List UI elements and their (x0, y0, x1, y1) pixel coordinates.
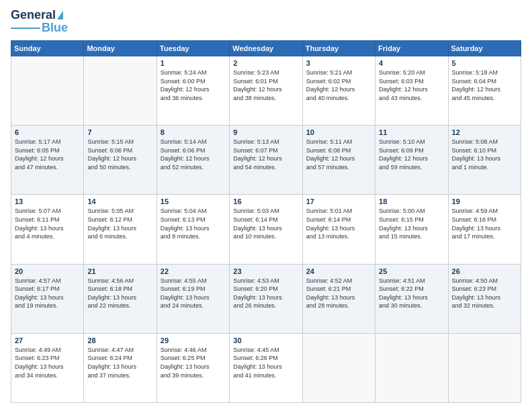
day-info: Sunrise: 4:59 AM Sunset: 6:16 PM Dayligh… (452, 207, 517, 240)
day-info: Sunrise: 4:56 AM Sunset: 6:18 PM Dayligh… (87, 277, 152, 310)
day-number: 17 (306, 197, 371, 205)
day-info: Sunrise: 5:00 AM Sunset: 6:15 PM Dayligh… (379, 207, 444, 240)
weekday-header: Wednesday (230, 41, 302, 56)
day-number: 10 (306, 128, 371, 136)
day-info: Sunrise: 5:07 AM Sunset: 6:11 PM Dayligh… (15, 207, 80, 240)
day-info: Sunrise: 4:57 AM Sunset: 6:17 PM Dayligh… (15, 277, 80, 310)
day-number: 23 (233, 267, 298, 275)
day-info: Sunrise: 5:03 AM Sunset: 6:14 PM Dayligh… (233, 207, 298, 240)
calendar-cell: 9Sunrise: 5:13 AM Sunset: 6:07 PM Daylig… (230, 126, 302, 195)
day-number: 6 (15, 128, 80, 136)
calendar-cell: 11Sunrise: 5:10 AM Sunset: 6:09 PM Dayli… (375, 126, 448, 195)
day-number: 22 (161, 267, 226, 275)
day-info: Sunrise: 5:10 AM Sunset: 6:09 PM Dayligh… (379, 138, 444, 171)
day-info: Sunrise: 5:15 AM Sunset: 6:06 PM Dayligh… (87, 138, 152, 171)
day-info: Sunrise: 5:13 AM Sunset: 6:07 PM Dayligh… (233, 138, 298, 171)
day-number: 28 (87, 336, 152, 345)
day-number: 25 (379, 267, 444, 275)
day-number: 12 (452, 128, 517, 136)
day-number: 7 (87, 128, 152, 136)
calendar-cell: 19Sunrise: 4:59 AM Sunset: 6:16 PM Dayli… (448, 195, 521, 264)
calendar-cell (448, 333, 521, 402)
day-info: Sunrise: 5:11 AM Sunset: 6:08 PM Dayligh… (306, 138, 371, 171)
day-number: 4 (379, 59, 444, 67)
day-number: 8 (161, 128, 226, 136)
day-info: Sunrise: 5:23 AM Sunset: 6:01 PM Dayligh… (233, 68, 298, 102)
calendar-cell: 13Sunrise: 5:07 AM Sunset: 6:11 PM Dayli… (11, 195, 84, 264)
calendar-cell: 8Sunrise: 5:14 AM Sunset: 6:06 PM Daylig… (157, 126, 229, 195)
logo-underline (11, 28, 40, 29)
day-number: 21 (87, 267, 152, 275)
day-number: 3 (306, 59, 371, 67)
day-info: Sunrise: 5:01 AM Sunset: 6:14 PM Dayligh… (306, 207, 371, 240)
calendar-cell: 24Sunrise: 4:52 AM Sunset: 6:21 PM Dayli… (302, 264, 375, 333)
day-info: Sunrise: 4:53 AM Sunset: 6:20 PM Dayligh… (233, 277, 298, 310)
calendar-cell (11, 56, 84, 126)
day-info: Sunrise: 5:24 AM Sunset: 6:00 PM Dayligh… (161, 68, 226, 102)
calendar-cell: 26Sunrise: 4:50 AM Sunset: 6:23 PM Dayli… (448, 264, 521, 333)
calendar-cell: 6Sunrise: 5:17 AM Sunset: 6:05 PM Daylig… (11, 126, 84, 195)
page: General Blue SundayMondayTuesdayWednesda… (0, 0, 532, 411)
weekday-header: Sunday (11, 41, 84, 56)
day-number: 16 (233, 197, 298, 205)
calendar-cell: 16Sunrise: 5:03 AM Sunset: 6:14 PM Dayli… (230, 195, 302, 264)
day-info: Sunrise: 5:04 AM Sunset: 6:13 PM Dayligh… (161, 207, 226, 240)
calendar-cell (302, 333, 375, 402)
day-info: Sunrise: 4:45 AM Sunset: 6:26 PM Dayligh… (233, 346, 298, 379)
day-info: Sunrise: 5:08 AM Sunset: 6:10 PM Dayligh… (452, 138, 517, 171)
header: General Blue (11, 8, 521, 35)
day-info: Sunrise: 4:50 AM Sunset: 6:23 PM Dayligh… (452, 277, 517, 310)
day-number: 2 (233, 59, 298, 67)
day-info: Sunrise: 4:51 AM Sunset: 6:22 PM Dayligh… (379, 277, 444, 310)
day-number: 11 (379, 128, 444, 136)
weekday-header: Thursday (302, 41, 375, 56)
calendar-cell: 29Sunrise: 4:46 AM Sunset: 6:25 PM Dayli… (157, 333, 229, 402)
day-number: 9 (233, 128, 298, 136)
calendar-cell: 12Sunrise: 5:08 AM Sunset: 6:10 PM Dayli… (448, 126, 521, 195)
day-number: 14 (87, 197, 152, 205)
day-number: 18 (379, 197, 444, 205)
calendar-cell: 4Sunrise: 5:20 AM Sunset: 6:03 PM Daylig… (375, 56, 448, 126)
calendar-cell: 27Sunrise: 4:49 AM Sunset: 6:23 PM Dayli… (11, 333, 84, 402)
calendar-cell: 30Sunrise: 4:45 AM Sunset: 6:26 PM Dayli… (230, 333, 302, 402)
logo: General Blue (11, 8, 68, 35)
day-number: 26 (452, 267, 517, 275)
calendar-cell: 21Sunrise: 4:56 AM Sunset: 6:18 PM Dayli… (84, 264, 157, 333)
day-info: Sunrise: 5:17 AM Sunset: 6:05 PM Dayligh… (15, 138, 80, 171)
day-number: 15 (161, 197, 226, 205)
calendar-cell: 22Sunrise: 4:55 AM Sunset: 6:19 PM Dayli… (157, 264, 229, 333)
calendar-cell: 15Sunrise: 5:04 AM Sunset: 6:13 PM Dayli… (157, 195, 229, 264)
day-info: Sunrise: 4:55 AM Sunset: 6:19 PM Dayligh… (161, 277, 226, 310)
day-number: 27 (15, 336, 80, 345)
calendar-cell (375, 333, 448, 402)
weekday-header: Friday (375, 41, 448, 56)
calendar-cell: 5Sunrise: 5:18 AM Sunset: 6:04 PM Daylig… (448, 56, 521, 126)
day-info: Sunrise: 5:05 AM Sunset: 6:12 PM Dayligh… (87, 207, 152, 240)
day-number: 30 (233, 336, 298, 345)
calendar-cell: 18Sunrise: 5:00 AM Sunset: 6:15 PM Dayli… (375, 195, 448, 264)
day-info: Sunrise: 4:47 AM Sunset: 6:24 PM Dayligh… (87, 346, 152, 379)
day-info: Sunrise: 5:20 AM Sunset: 6:03 PM Dayligh… (379, 68, 444, 102)
calendar-cell: 25Sunrise: 4:51 AM Sunset: 6:22 PM Dayli… (375, 264, 448, 333)
logo-triangle-icon (57, 11, 63, 19)
day-number: 5 (452, 59, 517, 67)
logo-text: General (11, 8, 56, 22)
calendar-cell: 3Sunrise: 5:21 AM Sunset: 6:02 PM Daylig… (302, 56, 375, 126)
weekday-header: Monday (84, 41, 157, 56)
calendar-table: SundayMondayTuesdayWednesdayThursdayFrid… (11, 40, 521, 403)
calendar-cell: 28Sunrise: 4:47 AM Sunset: 6:24 PM Dayli… (84, 333, 157, 402)
logo-blue-text: Blue (42, 21, 68, 35)
calendar-cell: 1Sunrise: 5:24 AM Sunset: 6:00 PM Daylig… (157, 56, 229, 126)
day-info: Sunrise: 4:49 AM Sunset: 6:23 PM Dayligh… (15, 346, 80, 379)
day-number: 1 (161, 59, 226, 67)
calendar-cell: 2Sunrise: 5:23 AM Sunset: 6:01 PM Daylig… (230, 56, 302, 126)
calendar-cell: 17Sunrise: 5:01 AM Sunset: 6:14 PM Dayli… (302, 195, 375, 264)
day-number: 20 (15, 267, 80, 275)
day-number: 13 (15, 197, 80, 205)
day-info: Sunrise: 4:52 AM Sunset: 6:21 PM Dayligh… (306, 277, 371, 310)
day-info: Sunrise: 4:46 AM Sunset: 6:25 PM Dayligh… (161, 346, 226, 379)
weekday-header: Saturday (448, 41, 521, 56)
calendar-cell (84, 56, 157, 126)
calendar-cell: 10Sunrise: 5:11 AM Sunset: 6:08 PM Dayli… (302, 126, 375, 195)
day-info: Sunrise: 5:21 AM Sunset: 6:02 PM Dayligh… (306, 68, 371, 102)
